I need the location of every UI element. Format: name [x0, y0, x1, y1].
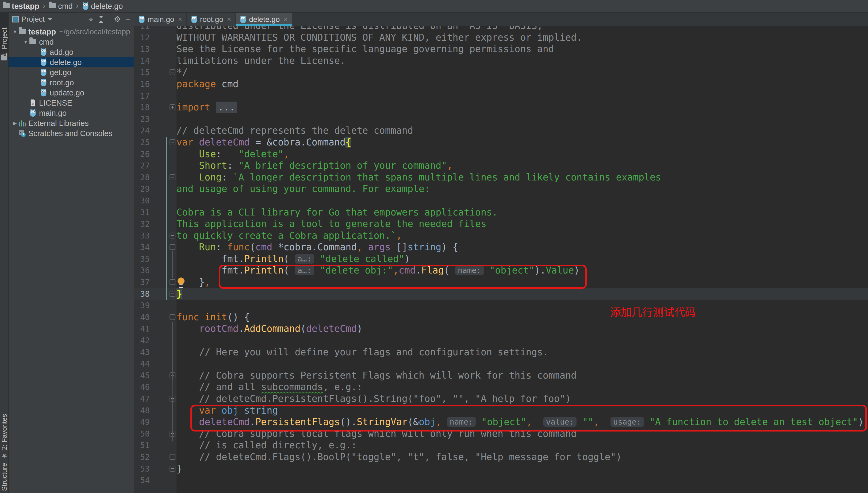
tree-expand-arrow[interactable]: ▶ [12, 120, 18, 126]
gopher-file-icon [240, 16, 246, 23]
gopher-file-icon [191, 16, 197, 23]
annotation-note: 添加几行测试代码 [610, 304, 696, 319]
code-line-13: 13See the License for the specific langu… [134, 43, 868, 55]
tree-item-root.go[interactable]: root.go [8, 78, 134, 88]
line-number: 38 [134, 288, 150, 300]
tool-window-strip: 1: Project ★ 2: Favorites 7: Structure [0, 13, 8, 493]
tree-item-label: cmd [39, 38, 54, 46]
intention-lightbulb-icon[interactable] [177, 278, 185, 284]
tab-main.go[interactable]: main.go× [134, 13, 187, 26]
folder-icon [1, 56, 7, 60]
tool-window-tab-project[interactable]: 1: Project [0, 27, 8, 57]
code-text: WITHOUT WARRANTIES OR CONDITIONS OF ANY … [176, 32, 582, 44]
code-line-14: 14limitations under the License. [134, 55, 868, 67]
fold-marker-icon[interactable]: − [170, 466, 175, 472]
tree-item-Scratches and Consoles[interactable]: Scratches and Consoles [8, 128, 134, 138]
tree-item-main.go[interactable]: main.go [8, 108, 134, 118]
tree-item-label: update.go [50, 88, 84, 97]
close-icon[interactable]: × [283, 15, 288, 23]
code-line-31: 31Cobra is a CLI library for Go that emp… [134, 207, 868, 218]
tree-item-label: testapp [28, 27, 56, 36]
fold-marker-icon[interactable]: − [170, 279, 175, 285]
breadcrumb: testapp›cmd›delete.go [0, 0, 868, 13]
code-text: Short: "A brief description of your comm… [176, 160, 453, 172]
tree-expand-arrow[interactable]: ▼ [12, 29, 18, 35]
tree-item-get.go[interactable]: get.go [8, 67, 134, 78]
fold-marker-icon[interactable]: + [170, 104, 175, 110]
tab-root.go[interactable]: root.go× [187, 13, 236, 26]
breadcrumb-separator: › [43, 1, 45, 10]
tree-item-add.go[interactable]: add.go [8, 47, 134, 57]
close-icon[interactable]: × [227, 15, 231, 23]
fold-marker-icon[interactable]: − [170, 69, 175, 75]
tree-expand-arrow[interactable]: ▼ [22, 39, 29, 45]
folded-region-chip[interactable]: ... [216, 102, 237, 113]
code-text: // and all subcommands, e.g.: [176, 381, 362, 393]
fold-scope-line [172, 380, 173, 397]
tab-delete.go[interactable]: delete.go× [236, 13, 292, 26]
locate-file-button[interactable]: ⌖ [89, 15, 93, 23]
tree-item-update.go[interactable]: update.go [8, 88, 134, 98]
tree-item-path: ~/go/src/local/testapp [59, 27, 130, 36]
breadcrumb-label: delete.go [91, 2, 123, 11]
code-line-52: 52− // deleteCmd.Flags().BoolP("toggle",… [134, 451, 868, 463]
breadcrumb-item-delete.go[interactable]: delete.go [82, 2, 123, 11]
line-number: 51 [134, 440, 150, 451]
editor-tab-bar: main.go×root.go×delete.go× [134, 13, 868, 26]
code-text: // Cobra supports Persistent Flags which… [176, 370, 576, 382]
close-icon[interactable]: × [178, 15, 182, 23]
code-line-45: 45− // Cobra supports Persistent Flags w… [134, 370, 868, 382]
tree-item-label: get.go [50, 68, 71, 77]
code-text: See the License for the specific languag… [176, 43, 554, 55]
line-number: 26 [134, 148, 150, 160]
folder-icon [29, 39, 36, 45]
tree-item-cmd[interactable]: ▼cmd [8, 37, 134, 47]
fold-marker-icon[interactable]: − [170, 454, 175, 460]
tool-window-tab-structure[interactable]: 7: Structure [0, 463, 8, 493]
gopher-file-icon [40, 79, 47, 87]
settings-gear-button[interactable]: ⚙ [114, 15, 121, 23]
line-number: 45 [134, 370, 150, 382]
fold-marker-icon[interactable]: − [170, 233, 175, 238]
tree-item-External Libraries[interactable]: ▶External Libraries [8, 118, 134, 128]
fold-marker-icon[interactable]: − [170, 139, 175, 145]
code-line-32: 32This application is a tool to generate… [134, 218, 868, 230]
collapse-all-button[interactable] [98, 16, 104, 23]
line-number: 53 [134, 463, 150, 475]
tree-item-delete.go[interactable]: delete.go [8, 57, 134, 67]
tree-item-LICENSE[interactable]: LICENSE [8, 98, 134, 108]
fold-marker-icon[interactable]: − [170, 244, 175, 250]
code-line-42: 42 [134, 335, 868, 346]
line-number: 15 [134, 67, 150, 78]
gopher-file-icon [40, 68, 47, 77]
tree-item-testapp[interactable]: ▼testapp~/go/src/local/testapp [8, 27, 134, 37]
line-number: 40 [134, 312, 150, 323]
line-number: 47 [134, 393, 150, 405]
breadcrumb-item-cmd[interactable]: cmd [49, 2, 73, 11]
gopher-file-icon [40, 48, 47, 56]
line-number: 30 [134, 195, 150, 207]
line-number: 29 [134, 183, 150, 195]
breadcrumb-item-testapp[interactable]: testapp [3, 2, 39, 11]
code-line-54: 54 [134, 475, 868, 486]
tab-label: root.go [200, 15, 223, 24]
fold-marker-icon[interactable]: − [170, 314, 175, 320]
line-number: 18 [134, 102, 150, 113]
chevron-down-icon[interactable] [48, 18, 52, 21]
tool-window-tab-favorites[interactable]: ★ 2: Favorites [0, 414, 8, 459]
tree-item-label: main.go [39, 109, 67, 117]
line-number: 17 [134, 90, 150, 102]
line-number: 32 [134, 218, 150, 230]
project-tree: ▼testapp~/go/src/local/testapp▼cmdadd.go… [8, 27, 134, 138]
line-number: 25 [134, 136, 150, 148]
fold-scope-line [172, 251, 173, 278]
fold-marker-icon[interactable]: − [170, 291, 175, 297]
line-number: 12 [134, 32, 150, 44]
hide-panel-button[interactable]: − [126, 15, 130, 23]
line-number: 35 [134, 253, 150, 265]
code-line-17: 17 [134, 90, 868, 102]
code-line-30: 30 [134, 195, 868, 207]
fold-marker-icon[interactable]: − [170, 174, 175, 180]
code-text: // deleteCmd.PersistentFlags().String("f… [176, 393, 571, 405]
tree-item-label: delete.go [50, 58, 82, 67]
